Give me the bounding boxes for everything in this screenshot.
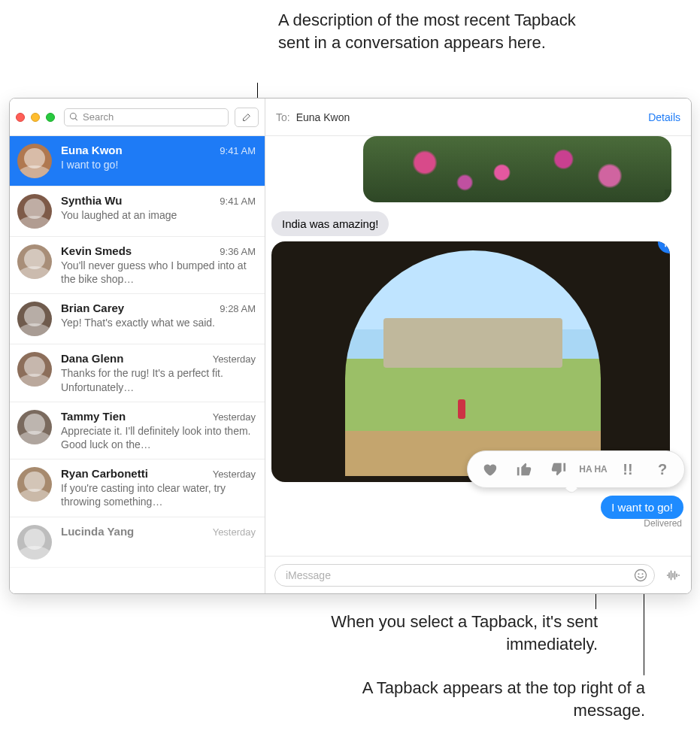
sidebar-toolbar: Search <box>10 99 265 136</box>
tapback-picker-tail-icon <box>565 483 578 496</box>
thumbs-up-icon <box>516 461 532 478</box>
contact-name: Brian Carey <box>61 302 124 314</box>
compose-bar: iMessage <box>265 556 691 593</box>
thumbs-up-icon <box>664 241 671 248</box>
emoji-button[interactable] <box>633 568 648 585</box>
conversation-item[interactable]: Tammy TienYesterday Appreciate it. I'll … <box>10 402 265 459</box>
avatar <box>17 302 52 336</box>
tapback-haha[interactable]: HA HA <box>579 455 608 484</box>
conversation-list: Euna Kwon9:41 AM I want to go! Synthia W… <box>10 136 265 593</box>
conversation-time: Yesterday <box>213 353 256 365</box>
conversation-header: To: Euna Kwon Details <box>265 99 691 136</box>
conversation-item[interactable]: Lucinda YangYesterday <box>10 517 265 568</box>
conversation-snippet: Yep! That's exactly what we said. <box>61 316 256 329</box>
sidebar: Search Euna Kwon9:41 AM I want to go! Sy… <box>10 99 265 593</box>
messages-window: Search Euna Kwon9:41 AM I want to go! Sy… <box>9 98 692 594</box>
sent-image-message[interactable] <box>363 136 671 202</box>
compose-icon <box>241 111 253 123</box>
thumbs-down-icon <box>550 461 567 478</box>
messages-area[interactable]: India was amazing! HA HA !! ? I want to … <box>265 136 691 556</box>
incoming-message-bubble[interactable]: India was amazing! <box>271 211 389 236</box>
contact-name: Ryan Carbonetti <box>61 467 148 480</box>
conversation-snippet: If you're casting into clear water, try … <box>61 481 256 508</box>
tapback-like-badge[interactable] <box>658 241 670 253</box>
conversation-snippet: You laughed at an image <box>61 208 256 222</box>
conversation-snippet: I want to go! <box>61 158 256 171</box>
conversation-snippet: Appreciate it. I'll definitely look into… <box>61 424 256 451</box>
tapback-like[interactable] <box>510 455 538 484</box>
conversation-time: 9:36 AM <box>220 246 256 257</box>
conversation-item[interactable]: Synthia Wu9:41 AM You laughed at an imag… <box>10 187 265 237</box>
conversation-time: 9:41 AM <box>220 196 256 207</box>
contact-name: Lucinda Yang <box>61 525 134 538</box>
search-icon <box>69 112 79 122</box>
message-input[interactable]: iMessage <box>274 564 655 587</box>
heart-icon <box>481 461 498 478</box>
callout-top: A description of the most recent Tapback… <box>278 9 594 53</box>
conversation-time: Yesterday <box>213 411 256 423</box>
avatar <box>17 410 52 444</box>
conversation-item[interactable]: Euna Kwon9:41 AM I want to go! <box>10 136 265 187</box>
contact-name: Euna Kwon <box>61 144 123 156</box>
message-placeholder: iMessage <box>286 569 331 581</box>
conversation-item[interactable]: Dana GlennYesterday Thanks for the rug! … <box>10 344 265 402</box>
avatar <box>17 144 52 178</box>
conversation-item[interactable]: Ryan CarbonettiYesterday If you're casti… <box>10 459 265 517</box>
conversation-item[interactable]: Brian Carey9:28 AM Yep! That's exactly w… <box>10 294 265 344</box>
callout-middle: When you select a Tapback, it's sent imm… <box>312 611 598 655</box>
contact-name: Synthia Wu <box>61 194 122 207</box>
minimize-button[interactable] <box>31 113 40 122</box>
compose-button[interactable] <box>235 108 259 127</box>
conversation-time: 9:28 AM <box>220 303 256 314</box>
conversation-item[interactable]: Kevin Smeds9:36 AM You'll never guess wh… <box>10 237 265 294</box>
conversation-pane: To: Euna Kwon Details India was amazing!… <box>265 99 691 593</box>
outgoing-message-bubble[interactable]: I want to go! <box>601 496 683 519</box>
tapback-emphasize[interactable]: !! <box>614 455 642 484</box>
close-button[interactable] <box>16 113 25 122</box>
delivered-status: Delivered <box>644 518 682 529</box>
tapback-dislike[interactable] <box>544 455 573 484</box>
conversation-time: 9:41 AM <box>220 145 256 156</box>
waveform-icon <box>665 568 680 583</box>
image-content <box>345 250 601 476</box>
audio-message-button[interactable] <box>664 568 682 583</box>
svg-point-1 <box>638 573 640 575</box>
conversation-snippet: You'll never guess who I bumped into at … <box>61 259 256 286</box>
recipient-name: Euna Kwon <box>296 111 350 123</box>
svg-point-2 <box>642 573 644 575</box>
search-placeholder: Search <box>83 111 114 123</box>
window-controls <box>16 113 55 122</box>
avatar <box>17 244 52 279</box>
callout-bottom: A Tapback appears at the top right of a … <box>359 677 645 721</box>
received-image-message[interactable] <box>271 241 670 482</box>
contact-name: Kevin Smeds <box>61 244 132 257</box>
conversation-time: Yesterday <box>213 469 256 480</box>
emoji-icon <box>633 568 648 583</box>
tapback-question[interactable]: ? <box>648 455 677 484</box>
contact-name: Dana Glenn <box>61 352 123 365</box>
details-button[interactable]: Details <box>648 111 680 123</box>
conversation-snippet: Thanks for the rug! It's a perfect fit. … <box>61 366 256 393</box>
search-input[interactable]: Search <box>64 108 229 126</box>
avatar <box>17 352 52 387</box>
tapback-picker: HA HA !! ? <box>467 450 685 488</box>
to-label: To: <box>276 111 290 123</box>
contact-name: Tammy Tien <box>61 410 126 423</box>
avatar <box>17 525 52 560</box>
zoom-button[interactable] <box>46 113 55 122</box>
avatar <box>17 467 52 502</box>
avatar <box>17 194 52 229</box>
svg-point-0 <box>635 569 647 581</box>
conversation-time: Yesterday <box>213 526 256 538</box>
tapback-heart[interactable] <box>475 455 504 484</box>
